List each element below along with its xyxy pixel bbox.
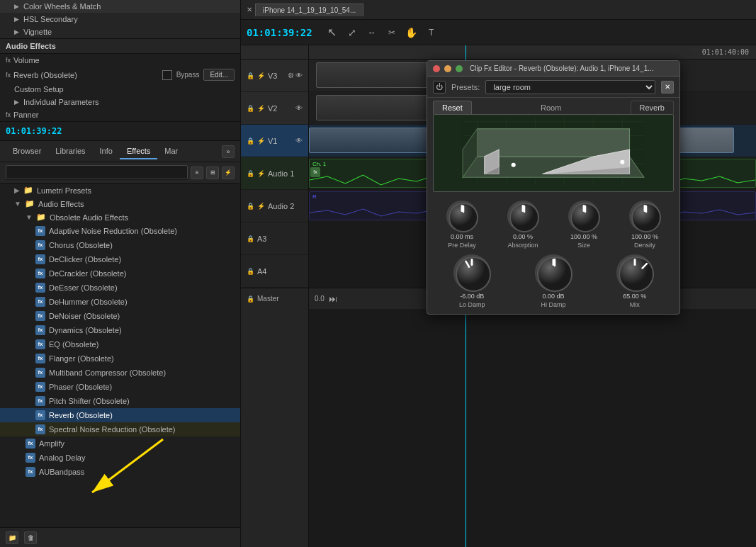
adaptive-item[interactable]: fx Adaptive Noise Reduction (Obsolete) <box>0 224 240 238</box>
select-tool[interactable]: ↖ <box>324 24 341 41</box>
text-tool[interactable]: T <box>423 24 440 41</box>
dehummer-item[interactable]: fx DeHummer (Obsolete) <box>0 295 240 309</box>
lock-a4[interactable]: 🔒 <box>247 268 254 275</box>
aubandpass-item[interactable]: fx AUBandpass <box>0 465 240 479</box>
fx-icon-dynamics: fx <box>35 325 45 335</box>
delete-button[interactable]: 🗑 <box>24 531 37 544</box>
svg-point-19 <box>512 163 516 167</box>
reverb-tree-item[interactable]: fx Reverb (Obsolete) <box>0 408 240 422</box>
a1-channel-label: Ch. 1 <box>312 161 326 167</box>
fx-icon-multiband: fx <box>35 368 45 378</box>
tab-info[interactable]: Info <box>93 144 120 159</box>
chevron-right-icon: ▶ <box>14 3 19 10</box>
lock-a1[interactable]: 🔒 <box>247 170 254 177</box>
lock-a2[interactable]: 🔒 <box>247 203 254 210</box>
track-label-a1: 🔒 ⚡ Audio 1 <box>241 157 308 190</box>
hand-tool[interactable]: ✋ <box>403 24 420 41</box>
list-view-icon[interactable]: ≡ <box>191 167 203 179</box>
grid-view-icon[interactable]: ⊞ <box>206 167 219 179</box>
spectral-noise-label: Spectral Noise Reduction (Obsolete) <box>49 425 176 434</box>
panner-item[interactable]: fx Panner <box>0 108 240 121</box>
lock-a3[interactable]: 🔒 <box>247 235 254 242</box>
preset-select[interactable]: large room <box>485 80 655 94</box>
reverb-obsolete-item[interactable]: fx Reverb (Obsolete) Bypass Edit... <box>0 67 240 83</box>
phaser-item[interactable]: fx Phaser (Obsolete) <box>0 380 240 394</box>
volume-label: Volume <box>13 56 40 64</box>
mix-value: 65.00 % <box>623 293 646 300</box>
close-btn-small[interactable]: ✕ <box>661 81 674 94</box>
obsolete-audio-folder[interactable]: ▼ 📁 Obsolete Audio Effects <box>0 210 240 224</box>
individual-params-item[interactable]: ▶ Individual Parameters <box>0 96 240 108</box>
v3-eye[interactable]: 👁 <box>295 72 303 79</box>
mix-knob[interactable] <box>616 254 653 291</box>
window-max-btn[interactable] <box>456 65 463 72</box>
tab-browser[interactable]: Browser <box>6 144 48 159</box>
fx-icon-adaptive: fx <box>35 226 45 236</box>
tab-mar[interactable]: Mar <box>157 144 185 159</box>
volume-item[interactable]: fx Volume <box>0 54 240 67</box>
analog-delay-item[interactable]: fx Analog Delay <box>0 451 240 465</box>
fx-badge-reverb: fx <box>6 72 11 79</box>
size-knob[interactable] <box>568 201 599 232</box>
chorus-item[interactable]: fx Chorus (Obsolete) <box>0 238 240 252</box>
hsl-secondary-item[interactable]: ▶ HSL Secondary <box>0 13 240 26</box>
decrackler-item[interactable]: fx DeCrackler (Obsolete) <box>0 266 240 281</box>
v1-eye[interactable]: 👁 <box>295 137 303 145</box>
tab-expand-icon[interactable]: » <box>222 145 235 158</box>
window-min-btn[interactable] <box>444 65 451 72</box>
absorption-knob[interactable] <box>507 201 538 232</box>
audio-effects-folder[interactable]: ▼ 📁 Audio Effects <box>0 197 240 210</box>
lock-master[interactable]: 🔒 <box>247 295 254 303</box>
tab-effects[interactable]: Effects <box>120 144 157 159</box>
reverb-tab-button[interactable]: Reverb <box>631 101 674 114</box>
razor-tool[interactable]: ✂ <box>383 24 400 41</box>
reset-button[interactable]: Reset <box>433 101 472 114</box>
audio-effects-title: Audio Effects <box>6 42 56 50</box>
declicker-item[interactable]: fx DeClicker (Obsolete) <box>0 252 240 266</box>
tab-libraries[interactable]: Libraries <box>48 144 92 159</box>
hidamp-label: Hi Damp <box>541 301 565 308</box>
vignette-item[interactable]: ▶ Vignette <box>0 26 240 38</box>
accelerator-icon[interactable]: ⚡ <box>222 167 235 179</box>
denoiser-item[interactable]: fx DeNoiser (Obsolete) <box>0 309 240 323</box>
chorus-label: Chorus (Obsolete) <box>49 241 113 249</box>
pitch-shifter-item[interactable]: fx Pitch Shifter (Obsolete) <box>0 394 240 408</box>
room-tab-label[interactable]: Room <box>473 103 629 114</box>
lock-v3[interactable]: 🔒 <box>247 72 254 79</box>
bypass-checkbox[interactable] <box>162 70 172 80</box>
lock-v2[interactable]: 🔒 <box>247 105 254 112</box>
lodamp-knob[interactable] <box>453 254 490 291</box>
lumetri-presets-folder[interactable]: ▶ 📁 Lumetri Presets <box>0 184 240 197</box>
ripple-edit-tool[interactable]: ⤢ <box>344 24 361 41</box>
hidamp-knob[interactable] <box>535 254 572 291</box>
window-close-btn[interactable] <box>433 65 440 72</box>
color-wheels-item[interactable]: ▶ Color Wheels & Match <box>0 0 240 13</box>
timeline-close-icon[interactable]: ✕ <box>247 6 252 13</box>
v2-eye[interactable]: 👁 <box>295 104 303 112</box>
predelay-knob[interactable] <box>446 201 478 232</box>
new-folder-button[interactable]: 📁 <box>6 531 18 544</box>
timeline-tab[interactable]: iPhone 14_1_19_19_10_54... <box>255 4 363 16</box>
knob-cell-lodamp: -6.00 dB Lo Damp <box>433 254 512 308</box>
lock-v1[interactable]: 🔒 <box>247 137 254 145</box>
dynamics-item[interactable]: fx Dynamics (Obsolete) <box>0 323 240 337</box>
spectral-noise-item[interactable]: fx Spectral Noise Reduction (Obsolete) <box>0 422 240 436</box>
power-button[interactable]: ⏻ <box>433 81 446 94</box>
fx-icon-declicker: fx <box>35 254 45 264</box>
flanger-label: Flanger (Obsolete) <box>49 354 114 363</box>
track-forward-tool[interactable]: ↔ <box>363 24 380 41</box>
custom-setup-item[interactable]: Custom Setup <box>0 83 240 96</box>
color-wheels-label: Color Wheels & Match <box>23 2 101 11</box>
v3-label: V3 <box>268 72 277 80</box>
fx-icon-pitch: fx <box>35 396 45 406</box>
amplify-item[interactable]: fx Amplify <box>0 436 240 451</box>
flanger-item[interactable]: fx Flanger (Obsolete) <box>0 351 240 366</box>
edit-button[interactable]: Edit... <box>203 69 235 81</box>
density-knob[interactable] <box>629 201 660 232</box>
eq-item[interactable]: fx EQ (Obsolete) <box>0 337 240 351</box>
search-input[interactable] <box>6 165 188 179</box>
deesser-item[interactable]: fx DeEsser (Obsolete) <box>0 281 240 295</box>
preset-label: Presets: <box>451 83 480 91</box>
multiband-item[interactable]: fx Multiband Compressor (Obsolete) <box>0 366 240 380</box>
master-skip-button[interactable]: ⏭ <box>329 294 337 304</box>
